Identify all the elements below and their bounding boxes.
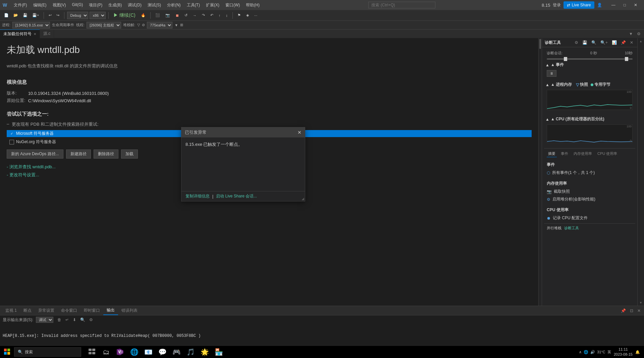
debug-config-select[interactable]: Debug <box>67 12 88 19</box>
toolbar-more-btn[interactable]: ··· <box>252 12 259 18</box>
bp-tab-breakpoints[interactable]: 断点 <box>20 306 35 315</box>
toolbar-step-over-btn[interactable]: → <box>191 12 199 18</box>
login-button[interactable]: 登录 <box>553 2 561 8</box>
diag-save-btn[interactable]: 💾 <box>581 40 589 46</box>
delete-path-button[interactable]: 删除路径 <box>94 150 118 159</box>
volume-icon[interactable]: 🔊 <box>590 350 595 354</box>
cpu-header[interactable]: ▲ ▲ CPU (所有处理器的百分比) <box>544 115 635 123</box>
menu-analyze[interactable]: 分析(N) <box>164 1 183 9</box>
editor-scrollbar-thumb[interactable] <box>539 39 541 49</box>
toolbar-record-btn[interactable]: ⬛ <box>153 12 162 18</box>
output-settings-btn[interactable]: ⚙ <box>89 317 93 322</box>
bp-tab-watch1[interactable]: 监视 1 <box>2 306 20 315</box>
toolbar-restart-btn[interactable]: ↺ <box>182 12 190 18</box>
toolbar-save-all-btn[interactable]: 💾+ <box>30 12 41 18</box>
new-path-button[interactable]: 新建路径 <box>66 150 91 159</box>
taskbar-app-1[interactable] <box>85 347 99 357</box>
dialog-resize-handle[interactable]: ◢ <box>302 197 304 200</box>
tab-source-c[interactable]: 源.c <box>40 29 54 38</box>
lang-indicator[interactable]: 英 <box>607 350 611 355</box>
bp-tab-errors[interactable]: 错误列表 <box>118 306 141 315</box>
menu-test[interactable]: 测试(S) <box>145 1 164 9</box>
bp-tab-output[interactable]: 输出 <box>103 306 118 315</box>
taskbar-search[interactable]: 🔍 搜索 <box>14 347 81 357</box>
editor-scrollbar[interactable] <box>538 38 542 306</box>
global-search-input[interactable] <box>368 2 435 8</box>
tab-no-symbols[interactable]: 未加载任何符号 ✕ <box>0 29 40 38</box>
cpu-record-item[interactable]: ⏺ 记录 CPU 配置文件 <box>547 214 633 222</box>
browse-link[interactable]: - 浏览并查找 wntdll.pdb... <box>7 164 56 169</box>
event-pause-btn[interactable]: ⏸ <box>547 70 556 77</box>
diag-close-btn[interactable]: ✕ <box>629 40 635 46</box>
maximize-button[interactable]: □ <box>620 1 630 9</box>
menu-edit[interactable]: 编辑(E) <box>31 1 49 9</box>
taskbar-app-10[interactable]: 🏪 <box>212 347 225 357</box>
menu-help[interactable]: 帮助(H) <box>243 1 262 9</box>
taskbar-app-7[interactable]: 🎮 <box>170 347 183 357</box>
diag-tool-link[interactable]: 诊断工具 <box>564 226 579 231</box>
toolbar-undo-btn[interactable]: ↩ <box>47 12 54 18</box>
heap-analysis-item[interactable]: ⚙ 启用堆分析(会影响性能) <box>547 195 633 203</box>
menu-build[interactable]: 生成(B) <box>106 1 124 9</box>
output-clear-btn[interactable]: 🗑 <box>57 317 61 322</box>
toolbar-breakpoints-btn[interactable]: ⚑ <box>235 12 243 18</box>
diag-settings-btn[interactable]: ⚙ <box>573 40 580 46</box>
toolbar-redo-btn[interactable]: ↪ <box>54 12 61 18</box>
stack-select[interactable]: 775eaf4a <box>147 22 172 28</box>
network-icon[interactable]: 🌐 <box>584 350 588 354</box>
toolbar-new-btn[interactable]: 📄 <box>2 12 11 18</box>
bp-pin-btn[interactable]: 📌 <box>620 308 627 314</box>
taskbar-app-9[interactable]: 🌟 <box>198 347 211 357</box>
exception-dialog-close[interactable]: ✕ <box>298 130 302 135</box>
profile-icon[interactable]: 👤 <box>597 3 602 7</box>
menu-git[interactable]: Git(G) <box>69 1 86 9</box>
start-button[interactable] <box>1 347 13 357</box>
bp-move-btn[interactable]: ⊡ <box>629 308 635 314</box>
taskbar-app-8[interactable]: 🎵 <box>184 347 197 357</box>
tab-close-no-symbols[interactable]: ✕ <box>34 32 36 36</box>
stack-nav-btn[interactable]: ⊞ <box>180 23 183 27</box>
thread-select[interactable]: [26096] 主线程 <box>87 22 121 28</box>
tray-chevron[interactable]: ∧ <box>579 350 582 354</box>
minimize-button[interactable]: — <box>607 1 620 9</box>
toolbar-hot-reload-btn[interactable]: 🔥 <box>139 12 148 18</box>
toolbar-watch-btn[interactable]: ◈ <box>244 12 251 18</box>
diag-tab-events[interactable]: 事件 <box>559 151 570 157</box>
toolbar-open-btn[interactable]: 📂 <box>11 12 20 18</box>
diag-pin-btn[interactable]: 📌 <box>620 40 627 46</box>
diag-scroll-down[interactable]: ▼ <box>639 300 643 305</box>
clock-display[interactable]: 11:11 2023-08-15 <box>614 347 633 357</box>
snapshot-item[interactable]: 📷 截取快照 <box>547 188 633 195</box>
diag-search-btn[interactable]: 🔍 <box>590 40 598 46</box>
toolbar-stop-btn[interactable]: ⏹ <box>173 12 181 18</box>
close-button[interactable]: ✕ <box>630 1 641 9</box>
platform-select[interactable]: x86 <box>90 12 106 19</box>
output-wrap-btn[interactable]: ↵ <box>65 317 69 322</box>
bp-tab-command[interactable]: 命令窗口 <box>58 306 80 315</box>
menu-extensions[interactable]: 扩展(X) <box>203 1 222 9</box>
microsoft-symbol-checkbox[interactable]: ✓ <box>9 131 14 136</box>
bp-tab-immediate[interactable]: 即时窗口 <box>80 306 103 315</box>
bp-close-btn[interactable]: ✕ <box>636 308 642 314</box>
time-slider-start[interactable] <box>564 57 567 61</box>
menu-view[interactable]: 视图(V) <box>50 1 69 9</box>
stack-dropdown-icon[interactable]: ▼ <box>174 23 178 27</box>
start-live-share-link[interactable]: 启动 Live Share 会话... <box>216 193 257 199</box>
menu-tools[interactable]: 工具(T) <box>184 1 203 9</box>
taskbar-app-edge[interactable]: 🌐 <box>127 347 141 357</box>
taskbar-app-mail[interactable]: 📧 <box>142 347 155 357</box>
output-scroll-btn[interactable]: ⬇ <box>73 317 76 322</box>
output-source-select[interactable]: 调试 <box>36 317 53 323</box>
new-azure-devops-path-button[interactable]: 新的 Azure DevOps 路径... <box>7 150 63 159</box>
taskbar-app-vs[interactable]: V <box>113 347 127 357</box>
toolbar-step-into-btn[interactable]: ↷ <box>200 12 207 18</box>
process-select[interactable]: [13492] 8.15.exe <box>12 22 50 28</box>
nuget-symbol-checkbox[interactable] <box>9 140 14 144</box>
diag-scroll-up[interactable]: ▲ <box>639 39 643 44</box>
menu-project[interactable]: 项目(P) <box>86 1 105 9</box>
toolbar-nav-up-btn[interactable]: ↑ <box>217 12 223 18</box>
diag-tab-memory[interactable]: 内存使用率 <box>572 151 593 157</box>
memory-header[interactable]: ▲ ▲ 进程内存 ▽ 快照 专用字节 <box>544 81 635 88</box>
change-symbols-link[interactable]: - 更改符号设置... <box>7 172 39 177</box>
menu-file[interactable]: 文件(F) <box>11 1 30 9</box>
